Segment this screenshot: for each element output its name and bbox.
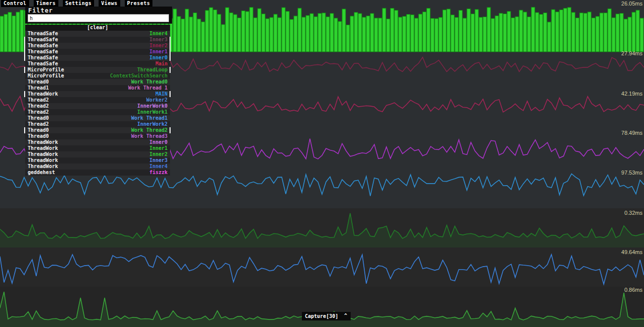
graph-max-ms-label: 26.05ms (621, 1, 642, 7)
timer-group-label: ThreadWork (28, 139, 58, 145)
timer-group-label: Thread2 (28, 121, 49, 127)
timer-group-label: Thread2 (28, 109, 49, 115)
timer-row[interactable]: ThreadSafeInner3 (25, 37, 170, 43)
timer-row[interactable]: ThreadSafeInner1 (25, 49, 170, 55)
timer-group-label: ThreadWork (28, 151, 58, 157)
timer-row[interactable]: ThreadWorkInner0 (25, 139, 170, 145)
timer-name-label: Inner4 (149, 164, 168, 170)
timer-row[interactable]: ThreadSafeInner4 (25, 31, 170, 37)
timer-name-label: ContextSwitchSearch (110, 73, 168, 79)
graph-max-ms-label: 49.64ms (621, 249, 642, 255)
graph-max-ms-label: 78.49ms (621, 130, 642, 136)
menu-item-settings[interactable]: Settings (63, 0, 94, 7)
timer-row[interactable]: Thread2InnerWork2 (25, 121, 170, 127)
timer-row[interactable]: Thread0Work Thread3 (25, 133, 170, 139)
timer-group-label: ThreadWork (28, 164, 58, 170)
timer-selection-marker (170, 67, 171, 73)
timer-row[interactable]: Thread0Work Thread1 (25, 115, 170, 121)
timer-name-label: Work Thread3 (131, 133, 168, 139)
timer-selection-marker (24, 67, 25, 73)
timer-selection-marker (24, 37, 25, 61)
timer-selection-marker (170, 37, 171, 61)
timer-row[interactable]: ThreadSafeMain (25, 61, 170, 67)
capture-expand-button[interactable]: ^ (341, 312, 351, 320)
clear-filter-button[interactable]: [clear] (25, 25, 170, 31)
timer-selection-marker (24, 127, 25, 133)
timer-group-label: ThreadSafe (28, 61, 58, 67)
timer-group-label: Thread2 (28, 103, 49, 109)
timer-group-label: ThreadSafe (28, 49, 58, 55)
timer-name-label: Main (155, 61, 168, 67)
timer-row[interactable]: Thread2InnerWork1 (25, 109, 170, 115)
timer-filter-panel: Filter (25, 7, 172, 24)
timer-name-label: Work Thread2 (131, 127, 168, 133)
timer-name-label: Inner1 (149, 49, 168, 55)
menu-item-presets[interactable]: Presets (125, 0, 153, 7)
timer-name-label: ThreadLoop (137, 67, 168, 73)
timer-group-label: ThreadSafe (28, 31, 58, 37)
timer-row[interactable]: ThreadWorkInner1 (25, 145, 170, 151)
timer-selection-marker (170, 127, 171, 133)
filter-input[interactable] (28, 14, 169, 22)
timer-name-label: MAIN (155, 91, 168, 97)
timer-row[interactable]: Thread0Work Thread0 (25, 79, 170, 85)
timer-name-label: Worker2 (146, 97, 168, 103)
timer-group-label: ThreadSafe (28, 37, 58, 43)
timer-group-label: ThreadWork (28, 91, 58, 97)
timer-list: [clear] ThreadSafeInner4ThreadSafeInner3… (25, 25, 170, 176)
graph-max-ms-label: 97.53ms (621, 170, 642, 176)
timer-row[interactable]: ThreadSafeInner2 (25, 43, 170, 49)
timer-name-label: Inner3 (149, 37, 168, 43)
timer-group-label: Thread2 (28, 97, 49, 103)
timer-group-label: ThreadWork (28, 157, 58, 164)
graph-max-ms-label: 27.94ms (621, 50, 642, 56)
timer-group-label: ThreadSafe (28, 55, 58, 61)
menu-item-control[interactable]: Control (1, 0, 29, 7)
graph-max-ms-label: 0.86ms (624, 287, 642, 293)
timer-name-label: Work Thread 1 (128, 85, 168, 91)
timer-group-label: MicroProfile (28, 67, 64, 73)
timer-selection-marker (24, 91, 25, 97)
timer-group-label: MicroProfile (28, 73, 64, 79)
timer-name-label: Inner0 (149, 55, 168, 61)
capture-button[interactable]: Capture[30] (302, 312, 341, 320)
timer-row[interactable]: ThreadWorkInner4 (25, 164, 170, 170)
timer-row[interactable]: ThreadWorkInner2 (25, 151, 170, 157)
menu-item-views[interactable]: Views (99, 0, 120, 7)
timer-row[interactable]: ThreadWorkInner3 (25, 157, 170, 164)
timer-name-label: Inner3 (149, 157, 168, 164)
timer-name-label: InnerWork2 (137, 121, 168, 127)
timer-group-label: Thread0 (28, 115, 49, 121)
timer-group-label: Thread0 (28, 127, 49, 133)
timer-name-label: fiszzk (149, 170, 168, 176)
graph-max-ms-label: 0.32ms (624, 210, 642, 216)
timer-name-label: Work Thread1 (131, 115, 168, 121)
timer-name-label: InnerWork1 (137, 109, 168, 115)
timer-row[interactable]: MicroProfileContextSwitchSearch (25, 73, 170, 79)
timer-name-label: Work Thread0 (131, 79, 168, 85)
timer-row[interactable]: MicroProfileThreadLoop (25, 67, 170, 73)
timer-name-label: Inner0 (149, 139, 168, 145)
timer-row[interactable]: Thread1Work Thread 1 (25, 85, 170, 91)
timer-group-label: Thread0 (28, 133, 49, 139)
timer-group-label: ThreadSafe (28, 43, 58, 49)
timer-group-label: Thread0 (28, 79, 49, 85)
timer-row[interactable]: geddehestfiszzk (25, 170, 170, 176)
timer-name-label: Inner4 (149, 31, 168, 37)
timer-name-label: InnerWork0 (137, 103, 168, 109)
timer-group-label: geddehest (28, 170, 55, 176)
timer-name-label: Inner2 (149, 151, 168, 157)
menu-item-timers[interactable]: Timers (34, 0, 58, 7)
timer-selection-marker (170, 91, 171, 97)
timer-group-label: Thread1 (28, 85, 49, 91)
filter-label: Filter (25, 7, 172, 14)
timer-name-label: Inner1 (149, 145, 168, 151)
graph-max-ms-label: 42.19ms (621, 91, 642, 97)
timer-row[interactable]: ThreadSafeInner0 (25, 55, 170, 61)
timer-row[interactable]: Thread0Work Thread2 (25, 127, 170, 133)
timer-row[interactable]: ThreadWorkMAIN (25, 91, 170, 97)
timer-name-label: Inner2 (149, 43, 168, 49)
timer-row[interactable]: Thread2InnerWork0 (25, 103, 170, 109)
timer-row[interactable]: Thread2Worker2 (25, 97, 170, 103)
timer-group-label: ThreadWork (28, 145, 58, 151)
